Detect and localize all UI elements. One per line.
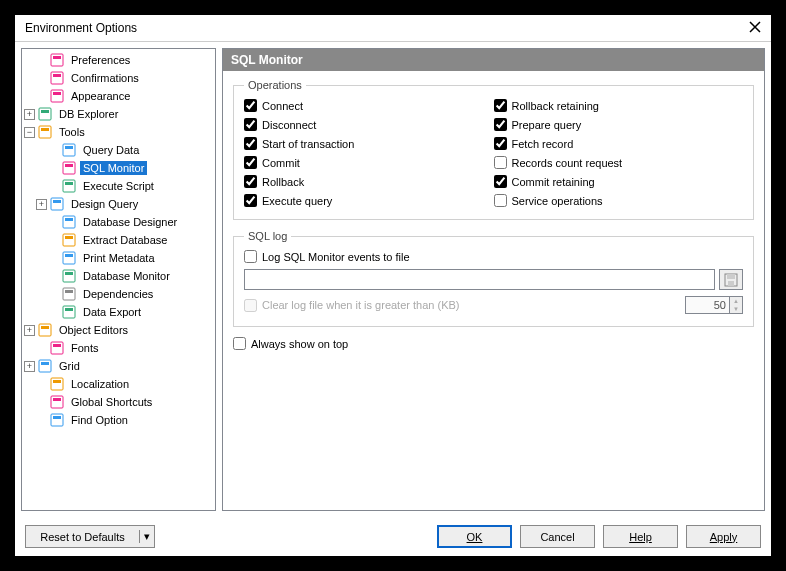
svg-rect-22: [63, 252, 75, 264]
svg-rect-12: [63, 162, 75, 174]
tree-item-data-export[interactable]: Data Export: [22, 303, 215, 321]
no-expand: [36, 91, 47, 102]
de-icon: [61, 304, 77, 320]
op-rollback[interactable]: Rollback: [244, 175, 494, 188]
tree-item-label: Query Data: [80, 143, 142, 157]
always-on-top-input[interactable]: [233, 337, 246, 350]
browse-button[interactable]: [719, 269, 743, 290]
no-expand: [48, 181, 59, 192]
op-checkbox[interactable]: [494, 118, 507, 131]
tree-item-database-designer[interactable]: Database Designer: [22, 213, 215, 231]
pm-icon: [61, 250, 77, 266]
svg-rect-1: [53, 56, 61, 59]
qd-icon: [61, 142, 77, 158]
reset-defaults-button[interactable]: Reset to Defaults ▾: [25, 525, 155, 548]
op-checkbox[interactable]: [494, 156, 507, 169]
op-records-count-request[interactable]: Records count request: [494, 156, 744, 169]
expand-icon[interactable]: +: [24, 361, 35, 372]
op-checkbox[interactable]: [494, 137, 507, 150]
op-checkbox[interactable]: [244, 194, 257, 207]
no-expand: [48, 289, 59, 300]
tree-item-db-explorer[interactable]: +DB Explorer: [22, 105, 215, 123]
op-label: Records count request: [512, 157, 623, 169]
svg-rect-44: [728, 281, 734, 286]
help-button[interactable]: Help: [603, 525, 678, 548]
tree-item-localization[interactable]: Localization: [22, 375, 215, 393]
close-icon[interactable]: [749, 21, 761, 35]
op-disconnect[interactable]: Disconnect: [244, 118, 494, 131]
nav-tree[interactable]: PreferencesConfirmationsAppearance+DB Ex…: [21, 48, 216, 511]
always-on-top-checkbox[interactable]: Always show on top: [233, 337, 754, 350]
no-expand: [36, 379, 47, 390]
tree-item-design-query[interactable]: +Design Query: [22, 195, 215, 213]
op-commit[interactable]: Commit: [244, 156, 494, 169]
svg-rect-5: [53, 92, 61, 95]
tree-item-appearance[interactable]: Appearance: [22, 87, 215, 105]
svg-rect-16: [51, 198, 63, 210]
log-to-file-input[interactable]: [244, 250, 257, 263]
operations-group: Operations ConnectDisconnectStart of tra…: [233, 79, 754, 220]
op-service-operations[interactable]: Service operations: [494, 194, 744, 207]
collapse-icon[interactable]: −: [24, 127, 35, 138]
svg-rect-33: [53, 344, 61, 347]
svg-rect-27: [65, 290, 73, 293]
op-prepare-query[interactable]: Prepare query: [494, 118, 744, 131]
clear-log-size-spinner: ▲▼: [685, 296, 743, 314]
log-to-file-checkbox[interactable]: Log SQL Monitor events to file: [244, 250, 743, 263]
op-fetch-record[interactable]: Fetch record: [494, 137, 744, 150]
spin-down-icon: ▼: [730, 305, 742, 313]
svg-rect-43: [727, 274, 735, 279]
tree-item-dependencies[interactable]: Dependencies: [22, 285, 215, 303]
dq-icon: [49, 196, 65, 212]
tree-item-sql-monitor[interactable]: SQL Monitor: [22, 159, 215, 177]
tree-item-grid[interactable]: +Grid: [22, 357, 215, 375]
no-expand: [36, 343, 47, 354]
op-checkbox[interactable]: [244, 175, 257, 188]
exec-icon: [61, 178, 77, 194]
tree-item-label: Database Monitor: [80, 269, 173, 283]
sql-icon: [61, 160, 77, 176]
op-commit-retaining[interactable]: Commit retaining: [494, 175, 744, 188]
tree-item-database-monitor[interactable]: Database Monitor: [22, 267, 215, 285]
tree-item-execute-script[interactable]: Execute Script: [22, 177, 215, 195]
op-connect[interactable]: Connect: [244, 99, 494, 112]
op-checkbox[interactable]: [494, 99, 507, 112]
ok-button[interactable]: OK: [437, 525, 512, 548]
tree-item-fonts[interactable]: Fonts: [22, 339, 215, 357]
svg-rect-32: [51, 342, 63, 354]
dropdown-arrow-icon[interactable]: ▾: [139, 530, 154, 543]
expand-icon[interactable]: +: [36, 199, 47, 210]
op-checkbox[interactable]: [244, 118, 257, 131]
no-expand: [48, 271, 59, 282]
op-start-of-transaction[interactable]: Start of transaction: [244, 137, 494, 150]
op-checkbox[interactable]: [494, 175, 507, 188]
expand-icon[interactable]: +: [24, 325, 35, 336]
tree-item-print-metadata[interactable]: Print Metadata: [22, 249, 215, 267]
tree-item-preferences[interactable]: Preferences: [22, 51, 215, 69]
titlebar: Environment Options: [15, 15, 771, 42]
svg-rect-10: [63, 144, 75, 156]
op-rollback-retaining[interactable]: Rollback retaining: [494, 99, 744, 112]
no-expand: [48, 217, 59, 228]
op-checkbox[interactable]: [244, 137, 257, 150]
tree-item-query-data[interactable]: Query Data: [22, 141, 215, 159]
svg-rect-20: [63, 234, 75, 246]
footer: Reset to Defaults ▾ OK Cancel Help Apply: [15, 517, 771, 556]
tree-item-global-shortcuts[interactable]: Global Shortcuts: [22, 393, 215, 411]
op-checkbox[interactable]: [244, 99, 257, 112]
cancel-button[interactable]: Cancel: [520, 525, 595, 548]
log-file-path-input[interactable]: [244, 269, 715, 290]
op-execute-query[interactable]: Execute query: [244, 194, 494, 207]
tree-item-object-editors[interactable]: +Object Editors: [22, 321, 215, 339]
op-checkbox[interactable]: [244, 156, 257, 169]
fo-icon: [49, 412, 65, 428]
tree-item-tools[interactable]: −Tools: [22, 123, 215, 141]
tree-item-extract-database[interactable]: Extract Database: [22, 231, 215, 249]
tree-item-find-option[interactable]: Find Option: [22, 411, 215, 429]
apply-button[interactable]: Apply: [686, 525, 761, 548]
op-checkbox[interactable]: [494, 194, 507, 207]
op-label: Rollback: [262, 176, 304, 188]
expand-icon[interactable]: +: [24, 109, 35, 120]
tree-item-confirmations[interactable]: Confirmations: [22, 69, 215, 87]
svg-rect-37: [53, 380, 61, 383]
